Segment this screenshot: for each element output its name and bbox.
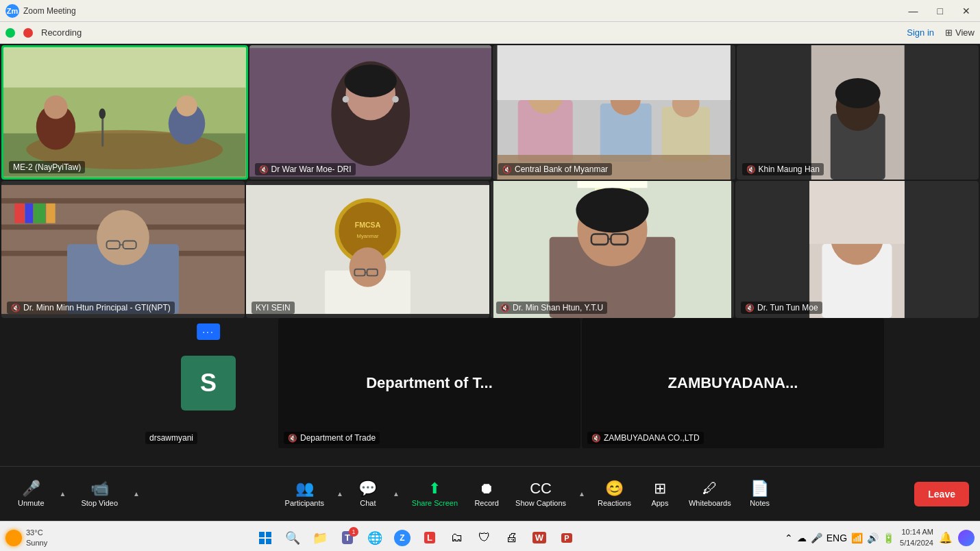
taskbar: 33°C Sunny 🔍 📁 T 1 🌐 Z xyxy=(0,521,980,551)
top-row: ME-2 (NayPyiTaw) 🔇 xyxy=(0,44,980,181)
unmute-button[interactable]: 🎤 Unmute xyxy=(11,477,51,511)
edge-button[interactable]: 🌐 xyxy=(363,526,387,550)
apps-icon: ⊞ xyxy=(654,481,666,496)
mute-icon-7: 🔇 xyxy=(500,304,510,313)
mute-icon-3: 🔇 xyxy=(502,165,512,174)
record-label: Record xyxy=(474,499,498,507)
participant-tile-10[interactable]: Department of T... 🔇 Department of Trade xyxy=(278,318,580,448)
file-manager-button[interactable]: 🗂 xyxy=(445,526,469,550)
middle-row: 🔇 Dr. Minn Minn Htun Principal - GTI(NPT… xyxy=(0,181,980,318)
stop-video-button[interactable]: 📹 Stop Video xyxy=(74,477,125,511)
text-display-10: Department of T... xyxy=(359,374,500,392)
view-button[interactable]: ⊞ View xyxy=(945,27,975,38)
reactions-label: Reactions xyxy=(598,499,631,507)
captions-arrow[interactable]: ▲ xyxy=(576,487,588,500)
weather-text: 33°C Sunny xyxy=(26,528,47,548)
weather-widget[interactable]: 33°C Sunny xyxy=(5,528,47,548)
lotame-button[interactable]: L xyxy=(417,526,442,550)
svg-text:FMCSA: FMCSA xyxy=(355,221,381,229)
participant-tile-9[interactable]: ··· S drsawmyani xyxy=(140,318,277,448)
participant-tile-7[interactable]: 🔇 Dr. Min Shan Htun, Y.T.U xyxy=(491,181,734,318)
participants-button[interactable]: 👥 Participants xyxy=(278,477,331,511)
text-display-11: ZAMBUYADANA... xyxy=(661,374,805,392)
chat-button[interactable]: 💬 Chat xyxy=(349,477,387,511)
zoom-avatar-icon[interactable] xyxy=(958,530,975,546)
whiteboards-label: Whiteboards xyxy=(689,499,731,507)
menu-bar: Recording Sign in ⊞ View xyxy=(0,22,980,44)
notes-button[interactable]: 📄 Notes xyxy=(741,477,779,511)
participant-name-8: 🔇 Dr. Tun Tun Moe xyxy=(741,302,822,314)
volume-icon[interactable]: 🔊 xyxy=(867,532,879,543)
svg-rect-32 xyxy=(1,198,245,204)
svg-rect-56 xyxy=(577,181,647,188)
search-taskbar-button[interactable]: 🔍 xyxy=(280,526,305,550)
notes-icon: 📄 xyxy=(750,481,769,496)
grid-icon: ⊞ xyxy=(945,27,953,38)
participant-tile-6[interactable]: FMCSA Myanmar KYI SEIN xyxy=(246,181,489,318)
participant-tile-2[interactable]: 🔇 Dr War War Moe- DRI xyxy=(249,45,492,180)
file-explorer-button[interactable]: 📁 xyxy=(308,526,332,550)
three-dots-button[interactable]: ··· xyxy=(197,323,220,340)
powerpoint-button[interactable]: P xyxy=(554,526,579,550)
share-screen-label: Share Screen xyxy=(412,499,458,507)
bottom-row: ··· S drsawmyani Department of T... 🔇 De… xyxy=(0,318,980,450)
security-button[interactable]: 🛡 xyxy=(472,526,497,550)
cloud-icon[interactable]: ☁ xyxy=(797,532,807,543)
unmute-arrow[interactable]: ▲ xyxy=(57,487,69,500)
svg-point-16 xyxy=(392,96,399,103)
language-label[interactable]: ENG xyxy=(826,532,847,543)
participant-tile-11[interactable]: ZAMBUYADANA... 🔇 ZAMBUYADANA CO.,LTD xyxy=(582,318,884,448)
zoom-taskbar-button[interactable]: Z xyxy=(390,526,415,550)
share-screen-button[interactable]: ⬆ Share Screen xyxy=(405,477,465,511)
participant-tile-4[interactable]: 🔇 Khin Maung Han xyxy=(737,45,979,180)
participant-name-2: 🔇 Dr War War Moe- DRI xyxy=(255,163,356,175)
apps-button[interactable]: ⊞ Apps xyxy=(641,477,679,511)
wifi-icon[interactable]: 📶 xyxy=(851,532,863,543)
temperature: 33°C xyxy=(26,528,47,537)
svg-point-5 xyxy=(44,95,67,119)
participant-tile-8[interactable]: 🔇 Dr. Tun Tun Moe xyxy=(735,181,979,318)
sign-in-button[interactable]: Sign in xyxy=(907,27,934,38)
recording-red-dot xyxy=(23,28,33,38)
show-captions-button[interactable]: CC Show Captions xyxy=(509,477,573,511)
start-button[interactable] xyxy=(253,526,278,550)
participant-label-8: Dr. Tun Tun Moe xyxy=(757,303,818,313)
whiteboards-button[interactable]: 🖊 Whiteboards xyxy=(682,477,738,511)
show-captions-label: Show Captions xyxy=(515,499,566,507)
svg-point-63 xyxy=(576,188,648,232)
video-icon: 📹 xyxy=(90,481,109,496)
taskbar-left: 33°C Sunny xyxy=(5,528,47,548)
recording-label: Recording xyxy=(41,27,82,38)
video-arrow[interactable]: ▲ xyxy=(130,487,143,500)
menubar-left: Recording xyxy=(5,27,82,38)
maximize-button[interactable]: □ xyxy=(933,4,947,18)
current-date: 5/14/2024 xyxy=(900,538,933,548)
chat-arrow[interactable]: ▲ xyxy=(390,487,402,500)
participant-name-4: 🔇 Khin Maung Han xyxy=(742,163,824,175)
participant-tile-3[interactable]: 🔇 Central Bank of Myanmar xyxy=(493,45,735,180)
participant-name-9: drsawmyani xyxy=(145,432,197,444)
time-display[interactable]: 10:14 AM 5/14/2024 xyxy=(900,527,933,548)
participant-tile-1[interactable]: ME-2 (NayPyiTaw) xyxy=(1,45,248,180)
participants-icon: 👥 xyxy=(295,481,314,496)
reactions-button[interactable]: 😊 Reactions xyxy=(591,477,638,511)
word-button[interactable]: W xyxy=(527,526,552,550)
close-button[interactable]: ✕ xyxy=(958,4,975,18)
minimize-button[interactable]: — xyxy=(905,4,922,18)
battery-icon[interactable]: 🔋 xyxy=(883,532,894,543)
record-button[interactable]: ⏺ Record xyxy=(467,477,506,511)
mic-sys-icon[interactable]: 🎤 xyxy=(811,532,822,543)
chevron-icon[interactable]: ⌃ xyxy=(785,532,793,543)
notification-bell[interactable]: 🔔 xyxy=(939,531,953,544)
mute-icon-5: 🔇 xyxy=(11,304,21,313)
participant-tile-5[interactable]: 🔇 Dr. Minn Minn Htun Principal - GTI(NPT… xyxy=(1,181,245,318)
toolbar-center: 👥 Participants ▲ 💬 Chat ▲ ⬆ Share Screen… xyxy=(278,477,779,511)
participant-label-4: Khin Maung Han xyxy=(759,164,820,174)
svg-point-40 xyxy=(97,210,149,265)
video-main: ME-2 (NayPyiTaw) 🔇 xyxy=(0,44,980,466)
participant-label-3: Central Bank of Myanmar xyxy=(515,164,608,174)
participants-arrow[interactable]: ▲ xyxy=(334,487,346,500)
print-button[interactable]: 🖨 xyxy=(500,526,524,550)
leave-button[interactable]: Leave xyxy=(914,482,969,506)
teams-button[interactable]: T 1 xyxy=(335,526,360,550)
